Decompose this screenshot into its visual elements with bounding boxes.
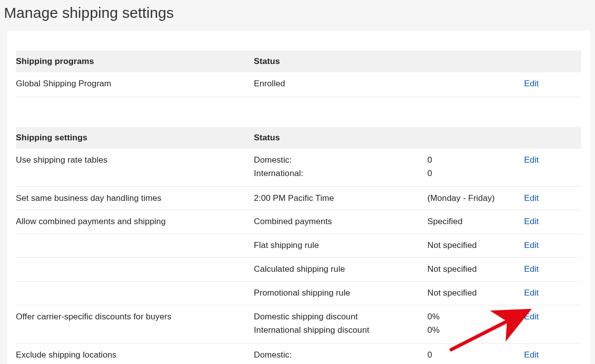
discounts-value: 0% 0% <box>427 310 524 337</box>
handling-times-value: (Monday - Friday) <box>427 192 524 205</box>
combined-row-2: Calculated shipping rule Not specified E… <box>16 258 581 282</box>
program-row: Global Shipping Program Enrolled Edit <box>16 72 581 97</box>
combined-status-2: Calculated shipping rule <box>254 263 427 276</box>
edit-link-handling[interactable]: Edit <box>524 193 539 203</box>
handling-times-status: 2:00 PM Pacific Time <box>254 192 427 205</box>
edit-link-combined-0[interactable]: Edit <box>524 217 539 226</box>
settings-header-row: Shipping settings Status <box>16 127 581 149</box>
rate-tables-status-domestic: Domestic: <box>254 154 427 167</box>
edit-link-combined-2[interactable]: Edit <box>524 264 539 274</box>
combined-label: Allow combined payments and shipping <box>16 215 254 229</box>
discounts-status-domestic: Domestic shipping discount <box>254 310 427 324</box>
discounts-value-intl: 0% <box>427 324 524 337</box>
combined-value-3: Not specified <box>427 287 524 300</box>
exclude-status: Domestic: International: <box>254 349 427 364</box>
rate-tables-row: Use shipping rate tables Domestic: Inter… <box>16 149 581 187</box>
exclude-label: Exclude shipping locations <box>16 349 254 364</box>
handling-times-label: Set same business day handling times <box>16 192 254 205</box>
program-name: Global Shipping Program <box>16 77 254 91</box>
exclude-value-intl: 0 <box>427 362 524 364</box>
page-title: Manage shipping settings <box>0 0 595 22</box>
exclude-status-domestic: Domestic: <box>254 349 427 362</box>
exclude-row: Exclude shipping locations Domestic: Int… <box>16 344 581 364</box>
edit-link-rate-tables[interactable]: Edit <box>524 155 539 165</box>
settings-header-status: Status <box>254 133 427 143</box>
discounts-row: Offer carrier-specific discounts for buy… <box>16 305 581 344</box>
edit-link-combined-3[interactable]: Edit <box>524 288 539 298</box>
combined-row-0: Allow combined payments and shipping Com… <box>16 210 581 234</box>
rate-tables-value-domestic: 0 <box>427 154 524 167</box>
discounts-value-domestic: 0% <box>427 310 524 324</box>
discounts-status-intl: International shipping discount <box>254 324 427 337</box>
programs-header-name: Shipping programs <box>16 57 254 66</box>
combined-status-3: Promotional shipping rule <box>254 287 427 300</box>
discounts-status: Domestic shipping discount International… <box>254 310 427 337</box>
combined-value-1: Not specified <box>427 239 524 252</box>
handling-times-row: Set same business day handling times 2:0… <box>16 187 581 211</box>
rate-tables-value: 0 0 <box>427 154 524 181</box>
edit-link-program[interactable]: Edit <box>524 79 539 88</box>
programs-header-row: Shipping programs Status <box>16 51 581 72</box>
rate-tables-label: Use shipping rate tables <box>16 154 254 181</box>
rate-tables-value-intl: 0 <box>427 167 524 181</box>
exclude-value: 0 0 <box>427 349 524 364</box>
combined-value-0: Specified <box>427 215 524 229</box>
rate-tables-status-intl: International: <box>254 167 427 181</box>
rate-tables-status: Domestic: International: <box>254 154 427 181</box>
edit-link-combined-1[interactable]: Edit <box>524 241 539 250</box>
exclude-status-intl: International: <box>254 362 427 364</box>
discounts-label: Offer carrier-specific discounts for buy… <box>16 310 254 337</box>
settings-card: Shipping programs Status Global Shipping… <box>7 31 590 364</box>
settings-header-name: Shipping settings <box>16 133 254 143</box>
combined-status-1: Flat shipping rule <box>254 239 427 252</box>
combined-status-0: Combined payments <box>254 215 427 229</box>
exclude-value-domestic: 0 <box>427 349 524 362</box>
program-status: Enrolled <box>254 77 427 91</box>
combined-row-3: Promotional shipping rule Not specified … <box>16 282 581 305</box>
combined-value-2: Not specified <box>427 263 524 276</box>
programs-header-status: Status <box>254 57 427 66</box>
edit-link-discounts[interactable]: Edit <box>524 312 539 321</box>
edit-link-exclude[interactable]: Edit <box>524 350 539 360</box>
combined-row-1: Flat shipping rule Not specified Edit <box>16 234 581 258</box>
